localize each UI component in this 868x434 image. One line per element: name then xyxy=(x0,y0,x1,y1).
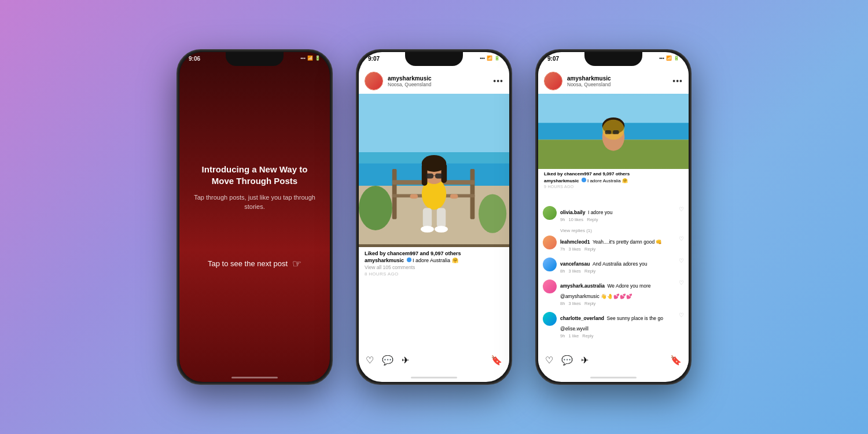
comment-heart-3[interactable]: ♡ xyxy=(679,279,684,286)
comment-meta-0: 9h 10 likes Reply xyxy=(560,217,675,222)
caption-text-3: amysharkmusic I adore Australia 🤗 xyxy=(544,178,683,183)
time-ago-3: 9 HOURS AGO xyxy=(544,185,683,189)
svg-rect-31 xyxy=(613,130,619,134)
comment-row-4: charlotte_overland See sunny place is th… xyxy=(543,312,684,339)
caption-content-3: I adore Australia 🤗 xyxy=(587,178,628,183)
signal-icon-3: ▪▪▪ xyxy=(659,56,664,61)
comment-body-4: charlotte_overland See sunny place is th… xyxy=(560,312,675,339)
hand-tap-icon: ☞ xyxy=(292,258,301,270)
username-3[interactable]: amysharkmusic xyxy=(567,75,668,82)
post-caption-2: Liked by chancem997 and 9,097 others amy… xyxy=(359,247,509,280)
share-icon-3[interactable]: ✈ xyxy=(581,355,589,366)
svg-point-19 xyxy=(435,226,448,233)
caption-text-2: amysharkmusic I adore Australia 🤗 xyxy=(365,258,503,263)
battery-icon: 🔋 xyxy=(315,56,321,61)
status-time-2: 9:07 xyxy=(368,56,380,62)
phone-1: 9:06 ▪▪▪ 📶 🔋 Introducing a New Way to Mo… xyxy=(176,49,333,385)
comment-meta-3: 8h 3 likes Reply xyxy=(560,301,675,306)
comment-author-0[interactable]: olivia.baily xyxy=(560,209,585,215)
svg-rect-17 xyxy=(437,208,446,228)
phone-3: 9:07 ▪▪▪ 📶 🔋 amysharkmusic Noosa, Queens… xyxy=(535,49,692,385)
action-bar-2: ♡ 💬 ✈ 🔖 xyxy=(359,350,509,370)
avatar-image-3 xyxy=(545,72,562,90)
svg-point-29 xyxy=(602,120,625,140)
beach-illustration xyxy=(359,94,509,247)
more-options-2[interactable]: ••• xyxy=(493,76,503,86)
svg-rect-21 xyxy=(450,194,458,198)
comment-meta-1: 7h 3 likes Reply xyxy=(560,247,675,252)
svg-rect-13 xyxy=(426,174,433,179)
post-info-compact-3: Liked by chancem997 and 9,097 others amy… xyxy=(538,169,689,191)
comment-body-3: amyshark.australia We Adore you more @am… xyxy=(560,279,675,306)
wifi-icon-2: 📶 xyxy=(487,56,492,61)
svg-rect-0 xyxy=(359,97,509,152)
location-2: Noosa, Queensland xyxy=(388,82,488,87)
caption-author-3[interactable]: amysharkmusic xyxy=(544,178,579,183)
bookmark-icon-2[interactable]: 🔖 xyxy=(491,355,502,366)
view-comments-2[interactable]: View all 105 comments xyxy=(365,264,503,270)
bookmark-icon-3[interactable]: 🔖 xyxy=(670,355,682,366)
comment-author-3[interactable]: amyshark.australia xyxy=(560,283,605,289)
location-3: Noosa, Queensland xyxy=(567,82,668,87)
like-icon-2[interactable]: ♡ xyxy=(366,355,374,366)
phone-2: 9:07 ▪▪▪ 📶 🔋 amysharkmusic Noosa, Queens… xyxy=(356,49,512,385)
comment-text-2: And Australia adores you xyxy=(593,261,648,267)
intro-content: Introducing a New Way to Move Through Po… xyxy=(179,52,330,382)
svg-rect-20 xyxy=(410,194,418,198)
share-icon-2[interactable]: ✈ xyxy=(402,355,409,366)
action-bar-3: ♡ 💬 ✈ 🔖 xyxy=(538,350,689,370)
comment-row-2: vancefansau And Australia adores you 8h … xyxy=(543,258,684,274)
comment-icon-2[interactable]: 💬 xyxy=(382,355,393,366)
instagram-screen-2: 9:07 ▪▪▪ 📶 🔋 amysharkmusic Noosa, Queens… xyxy=(359,52,509,382)
time-ago-2: 8 HOURS AGO xyxy=(365,271,503,277)
view-replies-0[interactable]: View replies (1) xyxy=(560,228,684,233)
status-icons-3: ▪▪▪ 📶 🔋 xyxy=(659,56,679,61)
likes-text-2: Liked by chancem997 and 9,097 others xyxy=(365,251,503,256)
comment-meta-2: 8h 3 likes Reply xyxy=(560,269,675,274)
beach-small-illustration xyxy=(538,94,689,169)
comment-row-3: amyshark.australia We Adore you more @am… xyxy=(543,279,684,306)
comment-avatar-1[interactable] xyxy=(543,236,557,249)
home-bar-3 xyxy=(590,377,637,378)
comment-heart-2[interactable]: ♡ xyxy=(679,258,684,264)
comment-author-4[interactable]: charlotte_overland xyxy=(560,315,604,321)
svg-point-22 xyxy=(359,186,392,230)
comment-text-0: I adore you xyxy=(588,209,613,215)
svg-rect-12 xyxy=(442,163,447,183)
comment-avatar-4[interactable] xyxy=(543,312,557,326)
caption-author-2[interactable]: amysharkmusic xyxy=(365,258,404,263)
comment-body-0: olivia.baily I adore you 9h 10 likes Rep… xyxy=(560,206,675,222)
comment-row-0: olivia.baily I adore you 9h 10 likes Rep… xyxy=(543,206,684,222)
comment-icon-3[interactable]: 💬 xyxy=(561,355,573,366)
post-header-3: amysharkmusic Noosa, Queensland ••• xyxy=(538,68,689,94)
like-icon-3[interactable]: ♡ xyxy=(545,355,553,366)
svg-point-23 xyxy=(479,194,506,233)
wifi-icon: 📶 xyxy=(307,56,313,61)
post-image-2 xyxy=(359,94,509,247)
battery-icon-2: 🔋 xyxy=(494,56,500,61)
status-time-1: 9:06 xyxy=(189,56,200,62)
comment-avatar-3[interactable] xyxy=(543,279,557,293)
svg-point-18 xyxy=(421,226,434,233)
status-icons-2: ▪▪▪ 📶 🔋 xyxy=(480,56,500,61)
comment-author-2[interactable]: vancefansau xyxy=(560,261,590,267)
poster-avatar-3 xyxy=(544,72,562,90)
comment-heart-1[interactable]: ♡ xyxy=(679,236,684,242)
profile-info-2: amysharkmusic Noosa, Queensland xyxy=(388,75,488,87)
comment-author-1[interactable]: leahmcleod1 xyxy=(560,239,590,245)
comment-avatar-0[interactable] xyxy=(543,206,557,220)
svg-rect-16 xyxy=(423,208,432,228)
status-time-3: 9:07 xyxy=(547,56,559,62)
intro-subtitle: Tap through posts, just like you tap thr… xyxy=(194,193,315,211)
comment-heart-4[interactable]: ♡ xyxy=(679,312,684,318)
more-options-3[interactable]: ••• xyxy=(672,76,683,86)
caption-content-2: I adore Australia 🤗 xyxy=(413,258,458,263)
comment-row-1: leahmcleod1 Yeah....it's pretty damn goo… xyxy=(543,236,684,252)
signal-icon-2: ▪▪▪ xyxy=(480,56,485,61)
username-2[interactable]: amysharkmusic xyxy=(388,75,488,82)
comment-heart-0[interactable]: ♡ xyxy=(679,206,684,212)
status-icons-1: ▪▪▪ 📶 🔋 xyxy=(300,56,321,61)
comment-avatar-2[interactable] xyxy=(543,258,557,271)
svg-rect-14 xyxy=(435,174,443,179)
post-image-small-3 xyxy=(538,94,689,169)
